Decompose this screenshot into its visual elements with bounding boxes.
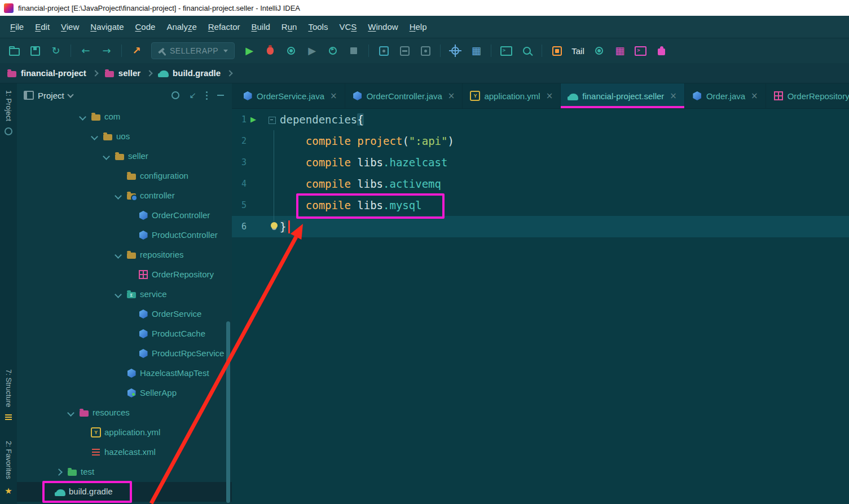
tree-item-orderservice[interactable]: OrderService	[17, 304, 232, 324]
close-icon[interactable]	[751, 91, 758, 101]
bug-report-icon[interactable]	[551, 45, 563, 57]
attach-debugger-icon[interactable]	[377, 45, 390, 57]
tool-strip-circle-icon[interactable]	[5, 127, 12, 135]
menu-item-run[interactable]: Run	[276, 19, 303, 34]
intention-bulb-icon[interactable]	[271, 222, 278, 229]
tree-item-sellerapp[interactable]: SellerApp	[17, 383, 232, 403]
fold-icon[interactable]	[269, 117, 276, 124]
menu-item-view[interactable]: View	[55, 19, 85, 34]
tree-item-com[interactable]: com	[17, 107, 232, 127]
tree-chevron-icon[interactable]	[103, 153, 110, 160]
breadcrumb-item-module[interactable]: seller	[104, 68, 140, 78]
tree-item-repositories[interactable]: repositories	[17, 245, 232, 265]
close-icon[interactable]	[330, 91, 337, 101]
search-icon[interactable]	[521, 45, 533, 57]
tree-item-orderrepository[interactable]: OrderRepository	[17, 265, 232, 285]
tab-financial-project-seller[interactable]: financial-project.seller	[561, 83, 685, 108]
tool-button-favorites[interactable]: 2: Favorites	[5, 441, 13, 479]
code-line-4[interactable]: 4 compile libs.activemq	[232, 173, 849, 194]
terminal-icon[interactable]	[500, 45, 512, 57]
structure-icon[interactable]	[5, 414, 12, 420]
project-panel-title[interactable]: Project	[38, 91, 64, 100]
run-config-select[interactable]: SELLERAPP	[151, 42, 235, 59]
run-with-coverage-icon[interactable]	[306, 45, 318, 57]
chevron-down-icon[interactable]	[67, 91, 73, 98]
save-all-icon[interactable]	[29, 45, 41, 57]
tree-chevron-icon[interactable]	[91, 133, 98, 140]
run-anything-icon[interactable]	[130, 45, 143, 57]
coverage-icon[interactable]	[285, 45, 297, 57]
close-icon[interactable]	[448, 91, 455, 101]
tree-item-productcontroller[interactable]: ProductController	[17, 226, 232, 245]
tree-item-productcache[interactable]: ProductCache	[17, 324, 232, 344]
tree-item-resources[interactable]: resources	[17, 403, 232, 423]
tree-item-productrpcservice[interactable]: ProductRpcService	[17, 344, 232, 364]
menu-item-build[interactable]: Build	[245, 19, 275, 34]
tree-item-uos[interactable]: uos	[17, 127, 232, 147]
tree-item-build-gradle[interactable]: build.gradle	[17, 482, 232, 502]
tree-chevron-icon[interactable]	[67, 409, 74, 417]
debug-button-icon[interactable]	[264, 45, 276, 57]
locate-file-icon[interactable]	[171, 91, 179, 99]
plugin-grid-icon[interactable]	[614, 45, 626, 57]
tree-item-configuration[interactable]: configuration	[17, 166, 232, 186]
favorites-star-icon[interactable]	[5, 487, 12, 496]
tab-orderrepository[interactable]: OrderRepository.	[766, 83, 849, 108]
code-line-3[interactable]: 3 compile libs.hazelcast	[232, 152, 849, 173]
tree-chevron-icon[interactable]	[115, 192, 122, 200]
settings-gear-icon[interactable]	[449, 45, 461, 57]
more-options-icon[interactable]	[206, 95, 208, 96]
code-area[interactable]: 1dependencies{2 compile project(":api")3…	[232, 109, 849, 504]
forward-icon[interactable]	[100, 45, 113, 57]
tree-chevron-icon[interactable]	[79, 113, 86, 121]
tree-scrollbar[interactable]	[226, 321, 230, 503]
menu-item-code[interactable]: Code	[130, 19, 161, 34]
menu-item-analyze[interactable]: Analyze	[161, 19, 202, 34]
run-button-icon[interactable]	[243, 45, 256, 57]
menu-item-vcs[interactable]: VCS	[333, 19, 362, 34]
code-line-1[interactable]: 1dependencies{	[232, 109, 849, 130]
menu-item-tools[interactable]: Tools	[302, 19, 333, 34]
run-gutter-icon[interactable]	[250, 109, 256, 130]
menu-item-edit[interactable]: Edit	[29, 19, 55, 34]
tree-chevron-icon[interactable]	[55, 468, 63, 476]
close-icon[interactable]	[546, 91, 553, 101]
tab-order-java[interactable]: Order.java	[685, 83, 766, 108]
tab-ordercontroller-java[interactable]: OrderController.java	[345, 83, 463, 108]
menu-item-file[interactable]: File	[5, 19, 29, 34]
breadcrumb-item-file[interactable]: build.gradle	[159, 68, 221, 78]
code-line-2[interactable]: 2 compile project(":api")	[232, 130, 849, 152]
tree-item-test[interactable]: test	[17, 462, 232, 482]
tool-button-structure[interactable]: 7: Structure	[5, 369, 13, 407]
thread-dump-icon[interactable]	[398, 45, 411, 57]
hide-panel-icon[interactable]	[217, 95, 224, 96]
menu-item-window[interactable]: Window	[362, 19, 403, 34]
open-project-icon[interactable]	[8, 45, 20, 57]
code-line-5[interactable]: 5 compile libs.mysql	[232, 194, 849, 216]
gc-icon[interactable]	[419, 45, 432, 57]
tab-orderservice-java[interactable]: OrderService.java	[235, 83, 345, 108]
tree-item-seller[interactable]: seller	[17, 147, 232, 166]
menu-item-help[interactable]: Help	[404, 19, 433, 34]
grid-view-icon[interactable]	[470, 45, 482, 57]
tree-chevron-icon[interactable]	[115, 291, 122, 298]
tree-item-controller[interactable]: controller	[17, 186, 232, 206]
tool-button-project[interactable]: 1: Project	[5, 90, 13, 121]
back-icon[interactable]	[80, 45, 92, 57]
profiler-icon[interactable]	[327, 45, 339, 57]
code-line-6[interactable]: 6}	[232, 216, 849, 237]
tree-item-hazelcastmaptest[interactable]: HazelcastMapTest	[17, 364, 232, 383]
menu-item-refactor[interactable]: Refactor	[203, 19, 246, 34]
collapse-all-icon[interactable]	[189, 91, 196, 100]
plugin-puzzle-icon[interactable]	[656, 45, 668, 57]
breadcrumb-item-project[interactable]: financial-project	[7, 68, 86, 78]
tree-item-application-yml[interactable]: application.yml	[17, 423, 232, 443]
record-icon[interactable]	[593, 45, 605, 57]
plugin-terminal-icon[interactable]	[635, 45, 647, 57]
menu-item-navigate[interactable]: Navigate	[85, 19, 129, 34]
close-icon[interactable]	[670, 91, 677, 101]
tree-item-ordercontroller[interactable]: OrderController	[17, 206, 232, 226]
tab-application-yml[interactable]: application.yml	[463, 83, 561, 108]
tree-item-service[interactable]: service	[17, 285, 232, 304]
tree-item-hazelcast-xml[interactable]: hazelcast.xml	[17, 443, 232, 462]
